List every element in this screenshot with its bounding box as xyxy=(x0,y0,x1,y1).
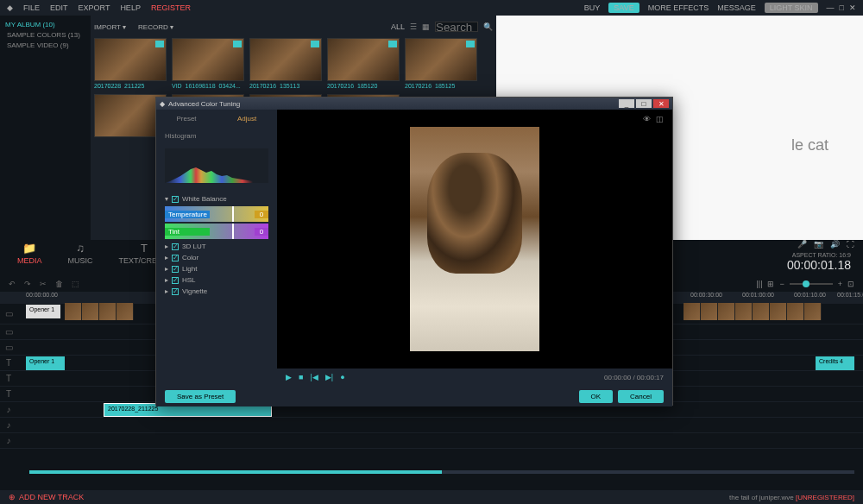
menu-buy[interactable]: BUY xyxy=(584,3,601,12)
clip-opener[interactable]: Opener 1 xyxy=(26,305,60,318)
fullscreen-icon[interactable]: ⛶ xyxy=(847,240,854,249)
dialog-minimize-icon[interactable]: _ xyxy=(619,99,634,108)
text-track-icon[interactable]: T xyxy=(0,389,17,399)
prev-frame-icon[interactable]: |◀ xyxy=(310,373,318,381)
media-thumb[interactable]: 20170228_211225 xyxy=(94,38,167,89)
white-balance-checkbox[interactable] xyxy=(172,196,179,203)
grid-view-icon[interactable]: ▦ xyxy=(422,22,430,31)
redo-icon[interactable]: ↷ xyxy=(24,280,31,288)
video-track-icon[interactable]: ▭ xyxy=(0,309,17,318)
dialog-close-icon[interactable]: ✕ xyxy=(653,99,669,108)
media-thumb[interactable]: VID_161698118_03424... xyxy=(172,38,244,89)
compare-icon[interactable]: ◫ xyxy=(656,115,664,123)
audio-track-icon[interactable]: ♪ xyxy=(0,436,17,445)
text-track-icon[interactable]: T xyxy=(0,374,17,383)
text-icon: T xyxy=(141,242,148,255)
clip-thumb[interactable] xyxy=(65,303,82,320)
menu-more-effects[interactable]: MORE EFFECTS xyxy=(648,3,709,12)
zoom-fit-icon[interactable]: ⊡ xyxy=(847,280,854,288)
filter-all[interactable]: ALL xyxy=(391,22,405,31)
crop-icon[interactable]: ⬚ xyxy=(72,280,79,288)
tab-adjust[interactable]: Adjust xyxy=(217,113,277,127)
menu-register[interactable]: REGISTER xyxy=(151,3,191,12)
dialog-titlebar[interactable]: ◆ Advanced Color Tuning _ □ ✕ xyxy=(156,98,672,110)
zoom-slider[interactable] xyxy=(790,283,833,285)
vignette-section[interactable]: ▸Vignette xyxy=(165,287,268,295)
temperature-slider[interactable]: Temperature 0 xyxy=(165,206,268,222)
media-thumb[interactable]: 20170216_185120 xyxy=(327,38,400,89)
maximize-icon[interactable]: □ xyxy=(840,3,844,12)
add-track-button[interactable]: ⊕ ADD NEW TRACK xyxy=(9,493,84,501)
lut-checkbox[interactable] xyxy=(172,243,179,250)
tab-preset[interactable]: Preset xyxy=(156,113,217,127)
play-icon[interactable]: ▶ xyxy=(286,373,292,381)
color-section[interactable]: ▸Color xyxy=(165,254,268,261)
preview-overlay-text: le cat xyxy=(791,136,828,154)
zoom-bars-icon[interactable]: ||| xyxy=(756,280,762,288)
project-sidebar: MY ALBUM (10) SAMPLE COLORS (13) SAMPLE … xyxy=(0,16,91,240)
sidebar-sample-video[interactable]: SAMPLE VIDEO (9) xyxy=(5,41,85,49)
aspect-ratio-label: ASPECT RATIO: 16:9 xyxy=(787,252,851,258)
cut-icon[interactable]: ✂ xyxy=(40,280,47,288)
zoom-out-icon[interactable]: − xyxy=(779,280,784,288)
tab-media[interactable]: 📁 MEDIA xyxy=(17,242,42,265)
search-icon[interactable]: 🔍 xyxy=(483,22,493,31)
light-checkbox[interactable] xyxy=(172,266,179,273)
white-balance-section[interactable]: ▾ White Balance xyxy=(165,195,268,203)
zoom-in-icon[interactable]: + xyxy=(838,280,842,288)
ok-button[interactable]: OK xyxy=(579,390,614,403)
delete-icon[interactable]: 🗑 xyxy=(55,280,63,288)
menu-edit[interactable]: EDIT xyxy=(50,3,68,12)
menu-help[interactable]: HELP xyxy=(120,3,141,12)
record-button[interactable]: RECORD ▾ xyxy=(138,23,173,31)
search-input[interactable] xyxy=(435,22,478,32)
cancel-button[interactable]: Cancel xyxy=(618,390,664,403)
tint-slider[interactable]: Tint 0 xyxy=(165,224,268,239)
undo-icon[interactable]: ↶ xyxy=(9,280,16,288)
sidebar-my-album[interactable]: MY ALBUM (10) xyxy=(5,21,85,28)
media-thumb[interactable]: 20170216_185125 xyxy=(405,38,477,89)
clip-thumb[interactable] xyxy=(683,303,701,320)
clip-credits[interactable]: Credits 4 xyxy=(816,356,854,370)
hsl-checkbox[interactable] xyxy=(172,277,179,284)
save-preset-button[interactable]: Save as Preset xyxy=(165,390,236,403)
menu-file[interactable]: FILE xyxy=(23,3,40,12)
save-button[interactable]: SAVE xyxy=(608,3,639,13)
project-filename: the tail of juniper.wve xyxy=(729,494,794,501)
list-view-icon[interactable]: ☰ xyxy=(410,22,417,31)
volume-icon[interactable]: 🔊 xyxy=(830,240,840,249)
camera-icon[interactable]: 📷 xyxy=(814,240,823,249)
minimize-icon[interactable]: — xyxy=(827,3,835,12)
dialog-preview: 👁 ◫ ▶ ■ |◀ ▶| ● 00:00:00 / 00:00:17 xyxy=(277,110,672,386)
clip-opener[interactable]: Opener 1 xyxy=(26,356,65,370)
menu-export[interactable]: EXPORT xyxy=(79,3,110,12)
folder-icon: 📁 xyxy=(22,242,36,255)
hsl-section[interactable]: ▸HSL xyxy=(165,276,268,284)
track-icon[interactable]: ▭ xyxy=(0,343,17,352)
menu-message[interactable]: MESSAGE xyxy=(717,3,756,12)
dialog-maximize-icon[interactable]: □ xyxy=(636,99,652,108)
track-icon[interactable]: ▭ xyxy=(0,327,17,337)
color-checkbox[interactable] xyxy=(172,255,179,261)
tab-music[interactable]: ♫ MUSIC xyxy=(68,242,93,265)
audio-track-icon[interactable]: ♪ xyxy=(0,405,17,414)
lut-section[interactable]: ▸3D LUT xyxy=(165,243,268,250)
light-skin-button[interactable]: LIGHT SKIN xyxy=(765,3,818,13)
light-section[interactable]: ▸Light xyxy=(165,265,268,273)
dialog-sidebar: Preset Adjust Histogram ▾ White Balance … xyxy=(156,110,277,386)
import-button[interactable]: IMPORT ▾ xyxy=(94,23,126,31)
next-frame-icon[interactable]: ▶| xyxy=(325,373,333,381)
stop-icon[interactable]: ■ xyxy=(299,373,303,381)
timeline-scrollbar[interactable] xyxy=(29,470,854,474)
vignette-checkbox[interactable] xyxy=(172,288,179,295)
mic-icon[interactable]: 🎤 xyxy=(797,240,807,249)
zoom-level-icon[interactable]: ⊞ xyxy=(767,280,774,288)
eye-icon[interactable]: 👁 xyxy=(643,115,651,123)
media-thumb[interactable]: 20170216_135113 xyxy=(249,38,322,89)
audio-track-icon[interactable]: ♪ xyxy=(0,420,17,430)
record-dot-icon[interactable]: ● xyxy=(340,373,344,381)
close-icon[interactable]: ✕ xyxy=(849,3,856,12)
text-track-icon[interactable]: T xyxy=(0,358,17,368)
sidebar-sample-colors[interactable]: SAMPLE COLORS (13) xyxy=(5,31,85,39)
logo-icon: ◆ xyxy=(7,3,13,12)
